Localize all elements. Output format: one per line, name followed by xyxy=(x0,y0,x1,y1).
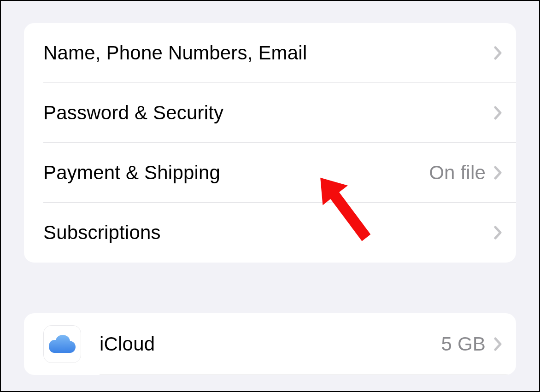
chevron-right-icon xyxy=(494,46,502,60)
row-icloud[interactable]: iCloud 5 GB xyxy=(24,313,516,375)
icloud-icon xyxy=(43,325,81,363)
row-subscriptions[interactable]: Subscriptions xyxy=(24,203,516,263)
row-name-phone-email[interactable]: Name, Phone Numbers, Email xyxy=(24,23,516,83)
row-label: Name, Phone Numbers, Email xyxy=(43,42,494,64)
settings-group-services: iCloud 5 GB xyxy=(24,313,516,375)
row-label: Subscriptions xyxy=(43,222,494,244)
divider xyxy=(100,374,516,375)
row-label: Password & Security xyxy=(43,102,494,124)
row-detail: On file xyxy=(429,162,486,184)
settings-container: Name, Phone Numbers, Email Password & Se… xyxy=(1,1,539,375)
chevron-right-icon xyxy=(494,225,502,240)
chevron-right-icon xyxy=(494,165,502,180)
row-password-security[interactable]: Password & Security xyxy=(24,83,516,143)
row-label: iCloud xyxy=(100,333,441,355)
chevron-right-icon xyxy=(494,337,502,351)
row-label: Payment & Shipping xyxy=(43,162,429,184)
settings-group-account: Name, Phone Numbers, Email Password & Se… xyxy=(24,23,516,263)
row-detail: 5 GB xyxy=(441,333,486,355)
chevron-right-icon xyxy=(494,105,502,120)
row-payment-shipping[interactable]: Payment & Shipping On file xyxy=(24,143,516,203)
